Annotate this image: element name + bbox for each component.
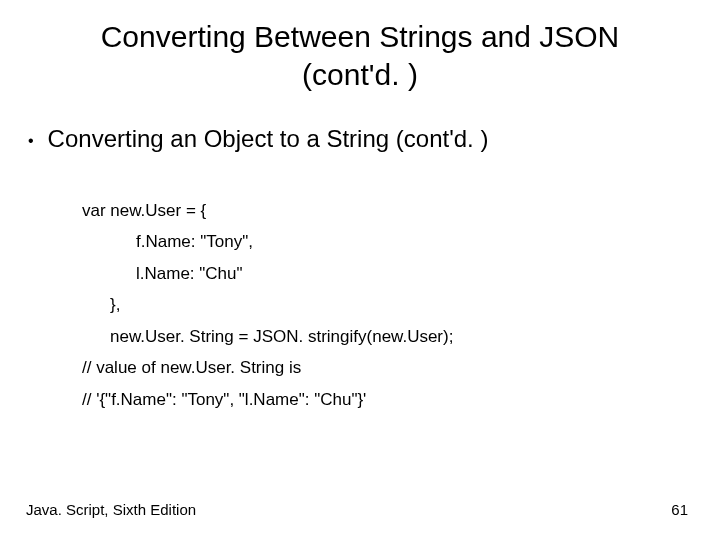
bullet-text: Converting an Object to a String (cont'd… (48, 125, 489, 153)
code-line-7: // '{"f.Name": "Tony", "l.Name": "Chu"}' (82, 384, 720, 415)
slide: Converting Between Strings and JSON (con… (0, 0, 720, 540)
code-line-2: f.Name: "Tony", (82, 226, 720, 257)
code-line-5: new.User. String = JSON. stringify(new.U… (82, 321, 720, 352)
bullet-dot-icon: • (28, 132, 34, 150)
page-number: 61 (671, 501, 688, 518)
bullet-row: • Converting an Object to a String (cont… (0, 125, 720, 153)
footer-left: Java. Script, Sixth Edition (26, 501, 196, 518)
slide-title: Converting Between Strings and JSON (con… (0, 0, 720, 93)
code-line-6: // value of new.User. String is (82, 352, 720, 383)
code-line-4: }, (82, 289, 720, 320)
code-line-1: var new.User = { (82, 195, 720, 226)
code-line-3: l.Name: "Chu" (82, 258, 720, 289)
code-block: var new.User = { f.Name: "Tony", l.Name:… (0, 195, 720, 415)
title-line-1: Converting Between Strings and JSON (0, 18, 720, 56)
title-line-2: (cont'd. ) (0, 56, 720, 94)
